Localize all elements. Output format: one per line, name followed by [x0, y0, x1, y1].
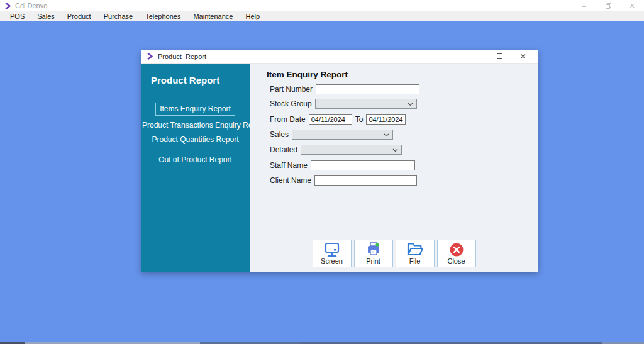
client-name-label: Client Name: [270, 176, 311, 185]
child-window-titlebar[interactable]: Product_Report – ×: [141, 50, 538, 64]
detailed-row: Detailed: [270, 145, 402, 155]
stock-group-select[interactable]: [315, 99, 417, 109]
app-restore-icon[interactable]: [596, 0, 620, 11]
chevron-down-icon: [392, 148, 398, 152]
screen-button-label: Screen: [321, 258, 343, 265]
part-number-input[interactable]: [316, 84, 419, 94]
date-range-row: From Date To: [270, 114, 406, 125]
sidebar-item-items-enquiry-report[interactable]: Items Enquiry Report: [141, 103, 250, 116]
menu-item-telephones[interactable]: Telephones: [139, 13, 187, 20]
product-report-window: Product_Report – × Product Report Items …: [141, 50, 538, 272]
sidebar-item-out-of-product-report[interactable]: Out of Product Report: [141, 155, 250, 164]
app-window-controls: – ×: [572, 0, 644, 11]
menu-item-purchase[interactable]: Purchase: [97, 13, 139, 20]
file-button[interactable]: File: [396, 240, 435, 267]
app-close-icon[interactable]: ×: [620, 0, 644, 11]
app-minimize-icon[interactable]: –: [572, 0, 596, 11]
child-window-controls: – ×: [465, 50, 535, 63]
chevron-down-icon: [384, 133, 389, 137]
detailed-select[interactable]: [301, 145, 402, 155]
sidebar-heading: Product Report: [151, 75, 219, 86]
file-button-label: File: [409, 258, 421, 265]
sales-label: Sales: [270, 130, 289, 139]
stock-group-label: Stock Group: [270, 99, 312, 108]
detailed-label: Detailed: [270, 145, 297, 154]
item-enquiry-form: Item Enquiry Report Part Number Stock Gr…: [250, 64, 538, 272]
from-date-label: From Date: [270, 115, 306, 124]
app-title: Cdi Denvo: [15, 2, 47, 9]
form-heading: Item Enquiry Report: [267, 70, 348, 79]
part-number-label: Part Number: [270, 85, 313, 94]
child-minimize-icon[interactable]: –: [465, 50, 488, 63]
client-name-input[interactable]: [314, 175, 417, 186]
app-logo-chevron-icon: [5, 3, 11, 9]
sales-select[interactable]: [292, 130, 393, 140]
sidebar-item-product-transactions-enquiry-report[interactable]: Product Transactions Enquiry Report: [141, 121, 250, 130]
chevron-down-icon: [408, 103, 413, 106]
menu-item-product[interactable]: Product: [61, 13, 97, 20]
sidebar-item-product-quantities-report[interactable]: Product Quantities Report: [141, 135, 250, 144]
printer-icon: [365, 242, 382, 257]
print-button[interactable]: Print: [354, 240, 393, 267]
child-window-title: Product_Report: [158, 53, 206, 60]
close-button[interactable]: Close: [437, 240, 476, 267]
menu-item-sales[interactable]: Sales: [31, 13, 61, 20]
to-date-input[interactable]: [366, 114, 406, 125]
window-chevron-icon: [147, 53, 153, 60]
folder-open-icon: [406, 242, 424, 257]
client-name-row: Client Name: [270, 175, 417, 186]
close-circle-icon: [449, 242, 464, 257]
menu-item-help[interactable]: Help: [239, 13, 266, 20]
monitor-icon: [324, 242, 340, 257]
menu-item-pos[interactable]: POS: [4, 13, 31, 20]
print-button-label: Print: [366, 258, 380, 265]
staff-name-label: Staff Name: [270, 161, 308, 170]
child-maximize-icon[interactable]: [488, 50, 511, 63]
sales-row: Sales: [270, 130, 393, 140]
staff-name-input[interactable]: [311, 160, 415, 170]
child-close-icon[interactable]: ×: [511, 50, 535, 63]
close-button-label: Close: [447, 258, 465, 265]
app-titlebar[interactable]: Cdi Denvo – ×: [0, 0, 644, 11]
report-sidebar: Product Report Items Enquiry Report Prod…: [141, 64, 250, 272]
action-button-row: Screen Print: [313, 240, 476, 267]
screen-button[interactable]: Screen: [313, 240, 352, 267]
from-date-input[interactable]: [309, 114, 352, 125]
part-number-row: Part Number: [270, 84, 419, 94]
stock-group-row: Stock Group: [270, 99, 417, 109]
menubar: POS Sales Product Purchase Telephones Ma…: [0, 11, 644, 21]
to-date-label: To: [355, 115, 364, 124]
staff-name-row: Staff Name: [270, 160, 415, 170]
menu-item-maintenance[interactable]: Maintenance: [187, 13, 239, 20]
